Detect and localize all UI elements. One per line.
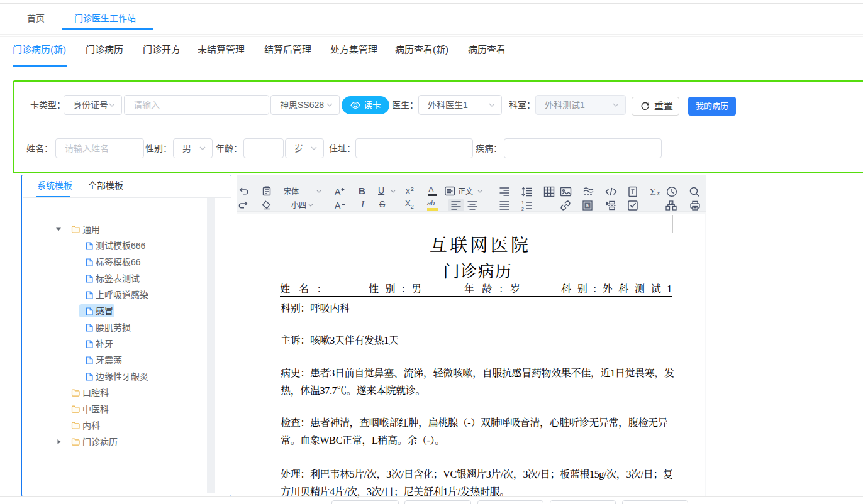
svg-text:Σ: Σ — [650, 186, 656, 198]
svg-text:a: a — [586, 202, 589, 209]
svg-text:2: 2 — [521, 207, 524, 211]
svg-text:A: A — [335, 200, 341, 211]
svg-text:x: x — [656, 189, 660, 197]
svg-text:A: A — [335, 187, 341, 197]
svg-text:1: 1 — [521, 200, 524, 205]
